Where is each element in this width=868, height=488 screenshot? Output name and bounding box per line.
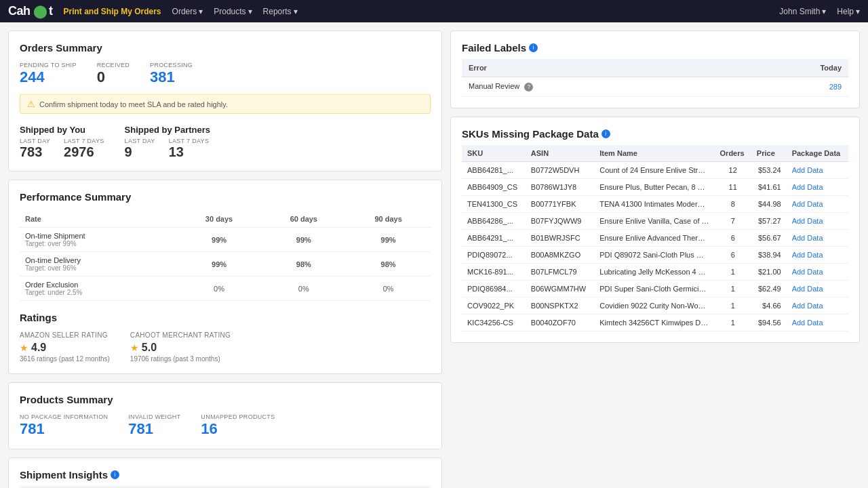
main-content: Orders Summary PENDING TO SHIP 244 RECEI… <box>0 22 868 488</box>
sku-cell-action[interactable]: Add Data <box>787 178 848 195</box>
sku-cell-action[interactable]: Add Data <box>787 280 848 297</box>
perf-header-60: 60 days <box>261 211 346 228</box>
info-icon[interactable]: i <box>111 470 119 479</box>
navbar: Cah⬤t Print and Ship My Orders Orders ▾ … <box>0 0 868 22</box>
cahoot-rating-sub: 19706 ratings (past 3 months) <box>130 355 231 363</box>
metric-received-label: RECEIVED <box>97 62 130 68</box>
shipped-you-lastday: LAST DAY 783 <box>20 138 50 160</box>
chevron-down-icon: ▾ <box>248 7 252 16</box>
sku-cell-asin: B0786W1JY8 <box>526 178 594 195</box>
perf-row-30: 0% <box>177 277 262 301</box>
sku-cell-sku: ABB64291_... <box>462 229 526 246</box>
products-metrics: NO PACKAGE INFORMATION 781 INVALID WEIGH… <box>20 413 431 438</box>
skus-table: SKU ASIN Item Name Orders Price Package … <box>462 145 848 331</box>
sku-cell-action[interactable]: Add Data <box>787 297 848 314</box>
sku-cell-orders: 1 <box>715 297 751 314</box>
performance-card: Performance Summary Rate 30 days 60 days… <box>8 180 442 374</box>
perf-row: On-time Delivery Target: over 96% 99% 98… <box>20 252 431 277</box>
shipped-you-last7-value: 2976 <box>64 144 104 160</box>
sku-cell-action[interactable]: Add Data <box>787 314 848 331</box>
sku-cell-orders: 1 <box>715 263 751 280</box>
metric-processing-value: 381 <box>150 68 193 86</box>
cahoot-rating-label: CAHOOT MERCHANT RATING <box>130 331 231 339</box>
perf-row-90: 99% <box>346 228 431 252</box>
sku-cell-price: $21.00 <box>751 263 787 280</box>
sku-cell-price: $56.67 <box>751 229 787 246</box>
sku-cell-asin: B07LFMCL79 <box>526 263 594 280</box>
sku-cell-price: $53.24 <box>751 161 787 178</box>
sku-cell-price: $4.66 <box>751 297 787 314</box>
shipped-partners-lastday: LAST DAY 9 <box>125 138 155 160</box>
amazon-rating-label: AMAZON SELLER RATING <box>20 331 110 339</box>
sku-cell-sku: ABB64281_... <box>462 161 526 178</box>
product-no-pkg-label: NO PACKAGE INFORMATION <box>20 413 108 420</box>
chevron-down-icon: ▾ <box>199 7 203 16</box>
sku-cell-asin: B06WGMM7HW <box>526 280 594 297</box>
sku-row: MCK16-891... B07LFMCL79 Lubricating Jell… <box>462 263 848 280</box>
sku-cell-sku: COV9022_PK <box>462 297 526 314</box>
sku-cell-orders: 6 <box>715 246 751 263</box>
perf-row-60: 0% <box>261 277 346 301</box>
sku-cell-action[interactable]: Add Data <box>787 161 848 178</box>
shipped-you-last7: LAST 7 DAYS 2976 <box>64 138 104 160</box>
sku-row: PDIQ86984... B06WGMM7HW PDI Super Sani-C… <box>462 280 848 297</box>
info-icon-failed[interactable]: i <box>529 43 538 52</box>
sku-header-pkg: Package Data <box>787 145 848 162</box>
sku-cell-action[interactable]: Add Data <box>787 212 848 229</box>
perf-row-name: Order Exclusion Target: under 2.5% <box>20 277 177 301</box>
sku-cell-name: TENA 41300 Intimates Moderate Regul... <box>594 195 714 212</box>
info-icon-skus[interactable]: i <box>601 129 610 138</box>
sku-cell-asin: B07FYJQWW9 <box>526 212 594 229</box>
metric-received: RECEIVED 0 <box>97 62 130 86</box>
metric-processing: PROCESSING 381 <box>150 62 193 86</box>
failed-row-today: 289 <box>729 77 848 97</box>
shipped-by-partners-title: Shipped by Partners <box>125 125 210 135</box>
nav-reports[interactable]: Reports ▾ <box>263 7 298 16</box>
star-icon: ★ <box>20 342 28 353</box>
sku-cell-action[interactable]: Add Data <box>787 195 848 212</box>
nav-active-link[interactable]: Print and Ship My Orders <box>64 7 161 16</box>
failed-labels-card: Failed Labels i Error Today Manual Revie… <box>450 30 860 108</box>
sku-header-sku: SKU <box>462 145 526 162</box>
sku-cell-orders: 6 <box>715 229 751 246</box>
sku-cell-sku: KIC34256-CS <box>462 314 526 331</box>
perf-header-rate: Rate <box>20 211 177 228</box>
cahoot-rating-stars: ★ 5.0 <box>130 342 231 354</box>
failed-labels-table: Error Today Manual Review ? 289 <box>462 59 848 97</box>
orders-summary-card: Orders Summary PENDING TO SHIP 244 RECEI… <box>8 30 442 171</box>
nav-orders[interactable]: Orders ▾ <box>172 7 203 16</box>
sku-cell-action[interactable]: Add Data <box>787 263 848 280</box>
metric-pending: PENDING TO SHIP 244 <box>20 62 77 86</box>
perf-row-name: On-time Shipment Target: over 99% <box>20 228 177 252</box>
sku-cell-action[interactable]: Add Data <box>787 229 848 246</box>
product-invalid-weight-value: 781 <box>128 420 180 438</box>
cahoot-rating-value: 5.0 <box>142 342 157 354</box>
sku-cell-price: $94.56 <box>751 314 787 331</box>
amazon-rating-sub: 3616 ratings (past 12 months) <box>20 355 110 363</box>
sku-cell-orders: 8 <box>715 195 751 212</box>
metric-pending-value: 244 <box>20 68 77 86</box>
sku-cell-action[interactable]: Add Data <box>787 246 848 263</box>
shipped-by-you-title: Shipped by You <box>20 125 104 135</box>
product-unmapped-value: 16 <box>201 420 275 438</box>
orders-metrics: PENDING TO SHIP 244 RECEIVED 0 PROCESSIN… <box>20 62 431 86</box>
nav-user[interactable]: John Smith ▾ <box>779 7 826 16</box>
perf-row-90: 98% <box>346 252 431 277</box>
sku-cell-price: $57.27 <box>751 212 787 229</box>
sku-header-name: Item Name <box>594 145 714 162</box>
star-icon: ★ <box>130 342 139 353</box>
alert-box: ⚠ Confirm shipment today to meet SLA and… <box>20 94 431 114</box>
cahoot-rating: CAHOOT MERCHANT RATING ★ 5.0 19706 ratin… <box>130 331 231 363</box>
shipment-insights-card: Shipment Insights i Metric Name Today Ye… <box>8 458 442 488</box>
sku-header-price: Price <box>751 145 787 162</box>
failed-header-error: Error <box>462 59 729 77</box>
question-icon[interactable]: ? <box>524 83 533 92</box>
sku-row: ABB64909_CS B0786W1JY8 Ensure Plus, Butt… <box>462 178 848 195</box>
sku-cell-name: PDI Super Sani-Cloth Germicidal Dis... <box>594 280 714 297</box>
nav-help[interactable]: Help ▾ <box>837 7 860 16</box>
product-no-pkg: NO PACKAGE INFORMATION 781 <box>20 413 108 438</box>
sku-cell-sku: ABB64909_CS <box>462 178 526 195</box>
shipped-by-partners: Shipped by Partners LAST DAY 9 LAST 7 DA… <box>125 125 210 160</box>
nav-products[interactable]: Products ▾ <box>214 7 252 16</box>
brand-dot: ⬤ <box>33 4 47 19</box>
